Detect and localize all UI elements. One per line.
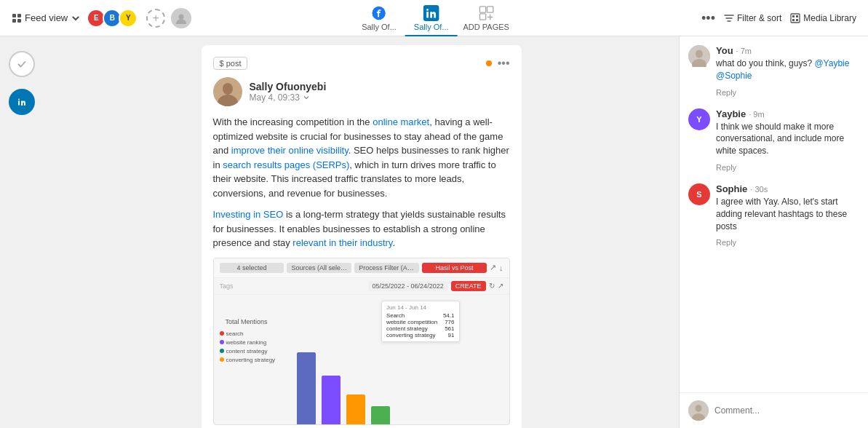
current-user-avatar [688, 400, 709, 421]
account-avatar-Y[interactable]: Y [119, 9, 138, 28]
add-pages-icon [478, 5, 494, 21]
svg-rect-7 [426, 12, 429, 17]
svg-rect-13 [479, 13, 485, 19]
add-account-button[interactable]: + [146, 9, 165, 28]
comment-time-you: · 7m [736, 47, 752, 55]
svg-point-21 [18, 99, 20, 100]
tab-facebook[interactable]: Sally Of... [353, 1, 405, 36]
bar-2 [322, 376, 341, 425]
reply-button-you[interactable]: Reply [716, 88, 736, 97]
chart-title: Total Mentions [220, 315, 285, 328]
chart-export-btn[interactable]: ↗ [490, 263, 496, 273]
legend-dot-search [220, 331, 224, 336]
feed-view-icon [12, 13, 22, 23]
comment-body-sophie: Sophie · 30s I agree with Yay. Also, let… [716, 183, 859, 248]
svg-rect-3 [17, 19, 21, 23]
feed-view-label: Feed view [25, 12, 68, 23]
legend-dot-ranking [220, 340, 224, 344]
facebook-icon [371, 5, 387, 21]
tags-label: Tags [220, 282, 234, 290]
post-author: Sally Ofuonyebi May 4, 09:33 [213, 77, 510, 106]
avatar-sophie: S [688, 183, 710, 205]
comment-time-yaybie: · 9m [749, 110, 764, 119]
filter-selected: 4 selected [220, 263, 284, 273]
comment-time-sophie: · 30s [750, 185, 768, 194]
filter-sources: Sources (All selected) [287, 263, 351, 273]
filter-sort-label: Filter & sort [737, 13, 781, 23]
comment-text-you: what do you think, guys? @Yaybie @Sophie [716, 58, 859, 82]
linkedin-post-button[interactable] [9, 89, 35, 115]
account-avatars: E B Y [87, 9, 138, 28]
filter-sort-button[interactable]: Filter & sort [724, 13, 781, 23]
svg-rect-0 [12, 14, 16, 17]
commenter-name-you: You [716, 45, 733, 56]
comment-item-you: You · 7m what do you think, guys? @Yaybi… [688, 45, 859, 98]
main-content: $ post ••• Sally Ofuonyebi [0, 36, 868, 428]
comment-body-you: You · 7m what do you think, guys? @Yaybi… [716, 45, 859, 98]
post-text-1: With the increasing competition in the o… [213, 115, 510, 200]
chart-body: Total Mentions search website ranking co… [214, 295, 509, 425]
reply-button-sophie[interactable]: Reply [716, 238, 736, 247]
svg-rect-15 [792, 15, 795, 17]
chart-share-btn[interactable]: ↗ [498, 282, 503, 290]
author-name: Sally Ofuonyebi [250, 81, 327, 92]
filter-hasil: Hasil vs Post [422, 263, 487, 273]
tooltip-row-3: content strategy561 [386, 325, 455, 332]
chart-download-btn[interactable]: ↓ [499, 263, 503, 273]
more-options-button[interactable]: ••• [701, 12, 715, 25]
create-button[interactable]: CREATE [451, 281, 486, 291]
post-tag: $ post [213, 57, 248, 70]
reply-button-yaybie[interactable]: Reply [716, 163, 736, 172]
author-info: Sally Ofuonyebi May 4, 09:33 [250, 81, 327, 103]
tab-facebook-label: Sally Of... [362, 23, 397, 31]
comments-panel: You · 7m what do you think, guys? @Yaybi… [679, 36, 868, 428]
chart-refresh-btn[interactable]: ↻ [489, 282, 495, 290]
commenter-name-sophie: Sophie [716, 183, 747, 194]
filter-icon [724, 13, 734, 23]
legend-dot-converting [220, 357, 224, 362]
feed-view-button[interactable]: Feed view [12, 12, 81, 23]
media-library-label: Media Library [803, 13, 856, 23]
chart-tags-row: Tags 05/25/2022 - 06/24/2022 CREATE ↻ ↗ [214, 278, 509, 295]
dropdown-icon [303, 94, 310, 101]
svg-point-8 [426, 9, 429, 11]
post-more-button[interactable]: ••• [498, 57, 510, 70]
comment-input[interactable] [714, 405, 859, 416]
comment-item-yaybie: Y Yaybie · 9m I think we should make it … [688, 108, 859, 173]
comment-header-yaybie: Yaybie · 9m [716, 108, 859, 119]
avatar-yaybie: Y [688, 108, 710, 130]
post-text-2: Investing in SEO is a long-term strategy… [213, 207, 510, 250]
tab-linkedin[interactable]: Sally Of... [405, 1, 458, 36]
post-area: $ post ••• Sally Ofuonyebi [44, 36, 679, 428]
legend-dot-content [220, 349, 224, 353]
post-date: May 4, 09:33 [250, 92, 327, 103]
comment-header-you: You · 7m [716, 45, 859, 56]
svg-point-4 [179, 14, 184, 19]
svg-point-23 [223, 83, 233, 95]
legend-item-converting: converting strategy [220, 357, 285, 363]
svg-rect-1 [17, 14, 21, 17]
nav-right: ••• Filter & sort Media Library [701, 12, 856, 25]
post-actions: ••• [486, 57, 510, 70]
legend-label-ranking: website ranking [226, 339, 267, 346]
svg-rect-20 [18, 101, 20, 106]
comment-text-sophie: I agree with Yay. Also, let's start addi… [716, 196, 859, 232]
approve-button[interactable] [9, 51, 35, 77]
status-dot [486, 60, 492, 66]
left-panel [0, 36, 44, 428]
media-library-icon [790, 13, 800, 23]
svg-rect-2 [12, 19, 16, 23]
you-avatar-image [688, 45, 710, 67]
legend-label-content: content strategy [226, 348, 268, 354]
legend-label-converting: converting strategy [226, 357, 276, 363]
profile-icon[interactable] [171, 8, 191, 28]
add-pages-button[interactable]: ADD PAGES [458, 1, 515, 36]
tooltip-row-2: website competition776 [386, 319, 455, 325]
author-avatar-image [213, 77, 242, 106]
nav-left: Feed view E B Y + [12, 8, 191, 28]
bar-chart [291, 345, 503, 425]
current-user-avatar-image [688, 400, 709, 421]
linkedin-icon [423, 5, 439, 21]
media-library-button[interactable]: Media Library [790, 13, 856, 23]
avatar-you [688, 45, 710, 67]
